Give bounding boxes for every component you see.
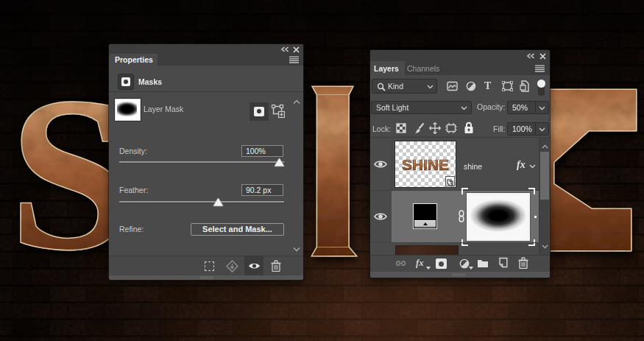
svg-text:SHINE: SHINE (402, 157, 449, 173)
